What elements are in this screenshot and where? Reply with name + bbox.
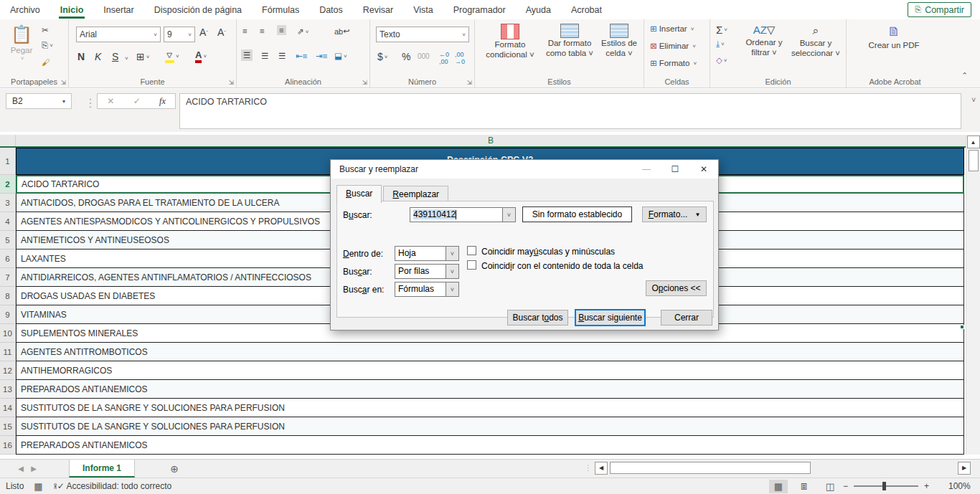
align-left-icon[interactable]: ☰: [241, 49, 253, 61]
comma-style-icon[interactable]: 000: [418, 52, 430, 60]
number-dialog-launcher-icon[interactable]: ⇲: [466, 79, 472, 86]
clear-icon[interactable]: ◇˅: [716, 55, 727, 65]
sheet-nav-left-icon[interactable]: ◀: [14, 460, 27, 478]
row-header[interactable]: 12: [0, 361, 16, 380]
delete-cells-button[interactable]: ⊠Eliminar˅: [650, 41, 696, 51]
find-what-combo[interactable]: 439110412 ˅: [410, 207, 516, 222]
collapse-ribbon-icon[interactable]: ⌃: [961, 71, 968, 80]
cut-icon[interactable]: ✂: [42, 25, 49, 35]
zoom-out-icon[interactable]: −: [843, 481, 848, 491]
enter-icon[interactable]: ✓: [133, 96, 141, 106]
font-dialog-launcher-icon[interactable]: ⇲: [228, 79, 234, 86]
cancel-icon[interactable]: ✕: [107, 96, 114, 106]
fill-icon[interactable]: ⤓˅: [716, 39, 725, 49]
row-header[interactable]: 6: [0, 250, 16, 268]
tab-buscar[interactable]: Buscar: [336, 185, 382, 203]
merge-center-icon[interactable]: ⬓˅: [334, 51, 347, 61]
close-button[interactable]: Cerrar: [661, 310, 712, 326]
zoom-level[interactable]: 100%: [948, 481, 971, 491]
search-order-dropdown-icon[interactable]: ˅: [446, 265, 458, 278]
increase-indent-icon[interactable]: ⇥≡: [316, 51, 327, 61]
fill-handle[interactable]: [960, 325, 964, 329]
underline-button[interactable]: S: [112, 51, 118, 62]
menu-tab[interactable]: Ayuda: [516, 0, 561, 19]
row-header[interactable]: 10: [0, 324, 16, 343]
zoom-slider-thumb[interactable]: [882, 482, 886, 490]
select-all-corner[interactable]: [0, 135, 16, 146]
row-header[interactable]: 9: [0, 305, 16, 324]
underline-dropdown-icon[interactable]: ˅: [125, 55, 128, 62]
grow-font-icon[interactable]: Aˆ: [199, 27, 208, 38]
menu-tab[interactable]: Vista: [403, 0, 443, 19]
look-in-combo[interactable]: Fórmulas ˅: [395, 282, 459, 297]
autosum-icon[interactable]: Σ˅: [716, 24, 727, 36]
shrink-font-icon[interactable]: Aˇ: [217, 27, 226, 38]
menu-tab[interactable]: Fórmulas: [252, 0, 309, 19]
vertical-scrollbar[interactable]: ▲: [966, 135, 980, 455]
menu-tab[interactable]: Revisar: [353, 0, 403, 19]
cell[interactable]: ANTIHEMORRAGICOS: [16, 361, 964, 380]
sheet-nav-right-icon[interactable]: ▶: [27, 460, 40, 478]
row-header[interactable]: 15: [0, 417, 16, 436]
increase-decimal-icon[interactable]: ←0,00: [439, 51, 449, 65]
align-center-icon[interactable]: ☰: [261, 51, 268, 61]
align-bottom-icon[interactable]: ≡: [277, 25, 286, 35]
row-header[interactable]: 7: [0, 268, 16, 287]
look-in-dropdown-icon[interactable]: ˅: [446, 282, 458, 296]
sheet-tab-informe1[interactable]: Informe 1: [69, 460, 135, 478]
sort-filter-button[interactable]: AZ▽ Ordenar y filtrar ˅: [739, 24, 789, 58]
options-button[interactable]: Opciones <<: [646, 280, 707, 296]
row-header[interactable]: 8: [0, 287, 16, 305]
menu-tab[interactable]: Insertar: [93, 0, 143, 19]
row-header[interactable]: 5: [0, 231, 16, 250]
find-what-dropdown-icon[interactable]: ˅: [502, 208, 515, 222]
row-header[interactable]: 3: [0, 194, 16, 212]
number-format-combo[interactable]: Texto˅: [376, 27, 469, 42]
copy-icon[interactable]: ⎘˅: [42, 41, 53, 50]
menu-tab[interactable]: Acrobat: [561, 0, 612, 19]
name-box-dropdown-icon[interactable]: ▾: [62, 98, 65, 105]
within-dropdown-icon[interactable]: ˅: [446, 247, 458, 260]
page-layout-view-icon[interactable]: 🗏: [795, 480, 814, 493]
align-top-icon[interactable]: ≡: [242, 27, 248, 35]
match-case-checkbox[interactable]: [467, 246, 476, 255]
row-header[interactable]: 14: [0, 399, 16, 417]
insert-cells-button[interactable]: ⊞Insertar˅: [650, 24, 694, 34]
format-dropdown-icon[interactable]: ▼: [694, 212, 700, 218]
wrap-text-icon[interactable]: ab↩: [334, 27, 349, 36]
share-button[interactable]: ⎘ Compartir: [908, 2, 971, 17]
row-header[interactable]: 16: [0, 436, 16, 455]
align-middle-icon[interactable]: ≡: [260, 27, 265, 35]
italic-button[interactable]: K: [95, 51, 101, 62]
menu-tab[interactable]: Programador: [443, 0, 516, 19]
maximize-icon[interactable]: ☐: [661, 160, 689, 179]
zoom-in-icon[interactable]: +: [924, 481, 929, 491]
within-combo[interactable]: Hoja ˅: [395, 246, 459, 261]
row-header-1[interactable]: 1: [0, 148, 16, 175]
format-cells-button[interactable]: ⊞Formato˅: [650, 58, 697, 68]
menu-tab[interactable]: Archivo: [0, 0, 50, 19]
format-painter-icon[interactable]: 🖌: [42, 58, 50, 67]
decrease-indent-icon[interactable]: ⇤≡: [296, 51, 307, 61]
menu-tab[interactable]: Datos: [309, 0, 353, 19]
row-header[interactable]: 4: [0, 212, 16, 231]
horizontal-scrollbar[interactable]: ⋮ ◀ ▶: [585, 461, 971, 475]
cell[interactable]: PREPARADOS ANTIANEMICOS: [16, 436, 964, 455]
find-select-button[interactable]: ⌕ Buscar y seleccionar ˅: [788, 24, 844, 59]
create-pdf-button[interactable]: 🗎 Crear un PDF: [865, 24, 923, 50]
cell-styles-button[interactable]: Estilos de celda ˅: [595, 24, 643, 59]
normal-view-icon[interactable]: ▦: [769, 480, 788, 493]
clipboard-dialog-launcher-icon[interactable]: ⇲: [60, 79, 66, 86]
format-button[interactable]: Formato... ▼: [642, 206, 707, 222]
menu-tab[interactable]: Disposición de página: [144, 0, 252, 19]
close-icon[interactable]: ✕: [689, 160, 718, 179]
scroll-right-icon[interactable]: ▶: [958, 462, 971, 475]
font-name-combo[interactable]: Arial˅: [76, 27, 161, 42]
currency-icon[interactable]: $˅: [377, 51, 387, 62]
add-sheet-icon[interactable]: ⊕: [164, 460, 185, 478]
bold-button[interactable]: N: [77, 51, 85, 62]
vertical-scroll-thumb[interactable]: [969, 150, 979, 171]
row-header[interactable]: 11: [0, 343, 16, 361]
alignment-dialog-launcher-icon[interactable]: ⇲: [362, 79, 367, 86]
accessibility-status[interactable]: 🯅✓ Accesibilidad: todo correcto: [53, 481, 171, 491]
